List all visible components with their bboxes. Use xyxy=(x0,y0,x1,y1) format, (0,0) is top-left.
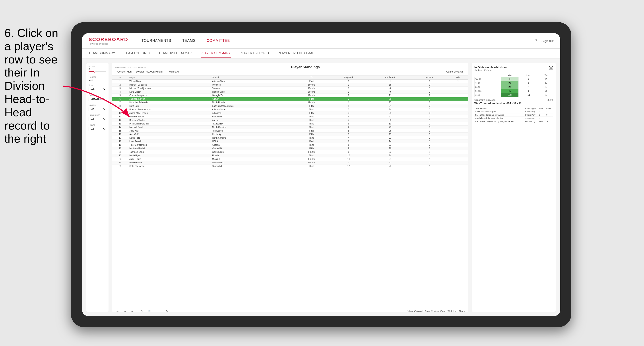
year-select[interactable]: (All) xyxy=(88,87,106,91)
refresh-button[interactable]: ↻ xyxy=(164,309,169,312)
standings-panel: Update time: 27/03/2024 16:56:26 Player … xyxy=(112,63,468,312)
cell-no-rds: 2 xyxy=(412,147,448,150)
year-filter-label: Year xyxy=(88,84,106,86)
h2h-player-name: Jackson Koivun xyxy=(474,69,508,72)
cell-win xyxy=(448,94,468,97)
standings-table-row[interactable]: 23 Jack Lundin Missouri Fourth 11 24 1 xyxy=(112,158,468,161)
cell-no-rds: 2 xyxy=(412,161,448,165)
paste-button[interactable]: 📋 xyxy=(146,309,152,312)
cell-reg-rank: 9 xyxy=(329,147,369,150)
standings-table-row[interactable]: 3 Michael Thorbjornsen Stanford Fourth 1… xyxy=(112,87,468,90)
forward-button[interactable]: → xyxy=(129,309,135,312)
standings-table-row[interactable]: 25 Cole Sherwood Vanderbilt Third 12 23 … xyxy=(112,165,468,168)
cell-reg-rank: 4 xyxy=(329,136,369,140)
redo-button[interactable]: ↪ xyxy=(122,309,127,312)
conference-select[interactable]: (All) xyxy=(88,117,106,121)
standings-table-row[interactable]: 2 Michael La Sasso Ole Miss Second 1 18 … xyxy=(112,83,468,87)
sign-out-button[interactable]: Sign out xyxy=(542,39,554,43)
subnav-player-h2h-heatmap[interactable]: PLAYER H2H HEATMAP xyxy=(278,49,315,58)
subnav-team-h2h-heatmap[interactable]: TEAM H2H HEATMAP xyxy=(158,49,192,58)
filters-panel: No Rds. 6 Gender Men Year (All) xyxy=(86,63,108,312)
undo-button[interactable]: ↩ xyxy=(115,309,120,312)
cell-rank: 8 xyxy=(112,104,128,108)
standings-table-row[interactable]: 5 Christo Lamprecht Georgia Tech Fourth … xyxy=(112,94,468,97)
cell-school: Vanderbilt xyxy=(211,115,294,119)
standings-table-row[interactable]: 19 Tiger Christensen Arizona Third 8 23 … xyxy=(112,143,468,147)
standings-table-row[interactable]: 13 Phichaksn Maichon Texas A&M Third 6 3… xyxy=(112,122,468,126)
standings-table-row[interactable]: 12 Brendan Valdes Auburn Third 4 30 1 xyxy=(112,119,468,122)
h2h-close-button[interactable]: ✕ xyxy=(549,66,553,70)
standings-table-row[interactable]: 11 Gordon Sargent Vanderbilt Third 4 21 … xyxy=(112,115,468,119)
no-rds-slider[interactable] xyxy=(88,71,106,73)
save-custom-button[interactable]: Save Custom View xyxy=(425,310,445,312)
cell-rank: 11 xyxy=(112,115,128,119)
standings-table-row[interactable]: 8 Mats Ege East Tennessee State Fifth 1 … xyxy=(112,104,468,108)
h2h-col-win: Win xyxy=(501,73,518,77)
cell-yr: Third xyxy=(294,143,328,147)
cell-win xyxy=(448,87,468,90)
cell-yr: Second xyxy=(294,83,328,87)
subnav-team-h2h-grid[interactable]: TEAM H2H GRID xyxy=(124,49,150,58)
standings-table-row[interactable]: 20 Matthew Riedel Vanderbilt Fifth 9 28 … xyxy=(112,147,468,150)
cell-reg-rank: 3 xyxy=(329,108,369,111)
cell-player: Mats Ege xyxy=(128,104,211,108)
share-button[interactable]: Share xyxy=(459,310,465,312)
cell-win xyxy=(448,129,468,133)
cell-yr: Fifth xyxy=(294,147,328,150)
cell-conf-rank: 23 xyxy=(369,150,412,154)
standings-table-row[interactable]: 10 Jacob Max Olesen Arkansas Fifth 3 25 … xyxy=(112,111,468,115)
cell-win xyxy=(448,154,468,158)
standings-table-row[interactable]: 4 Luke Claton Florida State Second 1 9 2 xyxy=(112,90,468,94)
cell-rank: 20 xyxy=(112,147,128,150)
division-filter-label: Division xyxy=(88,94,106,96)
main-nav-items: TOURNAMENTS TEAMS COMMITTEE xyxy=(142,38,535,44)
cell-rank: 16 xyxy=(112,133,128,136)
h2h-row-51-100: 51-100 46 6 3 xyxy=(474,89,553,93)
more-button[interactable]: ⋯ xyxy=(154,309,160,312)
standings-table-row[interactable]: 7 Nicholas Gabrelcik North Florida Fourt… xyxy=(112,101,468,104)
help-icon[interactable]: ? xyxy=(535,39,537,43)
nav-teams[interactable]: TEAMS xyxy=(182,38,196,44)
standings-table-row[interactable]: 15 Jake Hall Tennessee Fifth 5 28 0 xyxy=(112,129,468,133)
standings-table-row[interactable]: 9 Preston Summerhays Arizona State Third… xyxy=(112,108,468,111)
division-select[interactable]: NCAA Division I xyxy=(88,97,106,101)
nav-tournaments[interactable]: TOURNAMENTS xyxy=(142,38,171,44)
standings-table-row[interactable]: 21 Taehoon Song Washington Fourth 6 23 1 xyxy=(112,150,468,154)
cell-win xyxy=(448,90,468,94)
cell-conf-rank: 23 xyxy=(369,165,412,168)
cell-player: Matthew Riedel xyxy=(128,147,211,150)
cell-conf-rank: 30 xyxy=(369,119,412,122)
region-select[interactable]: N/A xyxy=(88,107,106,111)
standings-table-row[interactable]: 17 David Ford North Carolina Third 4 21 … xyxy=(112,136,468,140)
standings-table-row[interactable]: 14 Maxwell Ford North Carolina Third 2 2… xyxy=(112,126,468,129)
cell-no-rds: 0 xyxy=(412,133,448,136)
standings-table-row[interactable]: 22 Ian Gilligan Florida Third 10 24 1 xyxy=(112,154,468,158)
col-school: School xyxy=(211,76,294,79)
standings-table-row[interactable]: 1 Wenyi Ding Arizona State First 1 1 6 1 xyxy=(112,79,468,83)
division-display-value: NCAA Division I xyxy=(146,70,163,73)
cell-conf-rank: 9 xyxy=(369,90,412,94)
subnav-team-summary[interactable]: TEAM SUMMARY xyxy=(88,49,115,58)
view-original-button[interactable]: View: Original xyxy=(408,310,422,312)
cell-win xyxy=(448,158,468,161)
tournament-table: Tournament Event Type Pos Score Amer Ari… xyxy=(474,107,553,123)
subnav-player-h2h-grid[interactable]: PLAYER H2H GRID xyxy=(240,49,269,58)
standings-table-row[interactable]: 24 Bastien Amat New Mexico Fourth 1 27 2 xyxy=(112,161,468,165)
player-select[interactable]: (All) xyxy=(88,127,106,131)
standings-table-row[interactable]: 16 Alex Goff Kentucky Fifth 8 19 0 xyxy=(112,133,468,136)
logo-powered: Powered by clippi xyxy=(88,42,128,45)
cell-yr: Third xyxy=(294,108,328,111)
tournament-col-score: Score xyxy=(545,107,553,110)
cell-no-rds: 1 xyxy=(412,97,448,101)
nav-committee[interactable]: COMMITTEE xyxy=(206,38,230,44)
cell-player: Phichaksn Maichon xyxy=(128,122,211,126)
h2h-breakdown-table: Win Loss Tie Top 10 8 3 2 11 xyxy=(474,73,553,97)
watch-button[interactable]: Watch ▾ xyxy=(448,310,456,312)
standings-table-row[interactable]: 18 Luke Powell UCLA First 6 24 1 xyxy=(112,140,468,143)
subnav-player-summary[interactable]: PLAYER SUMMARY xyxy=(201,49,231,58)
copy-button[interactable]: ⧉ xyxy=(139,309,144,312)
cell-conf-rank: 18 xyxy=(369,83,412,87)
standings-table-row[interactable]: 6 Jackson Koivun Auburn First 2 28 1 xyxy=(112,97,468,101)
gender-value: Men xyxy=(88,79,106,81)
h2h-col-tie: Tie xyxy=(539,73,553,77)
